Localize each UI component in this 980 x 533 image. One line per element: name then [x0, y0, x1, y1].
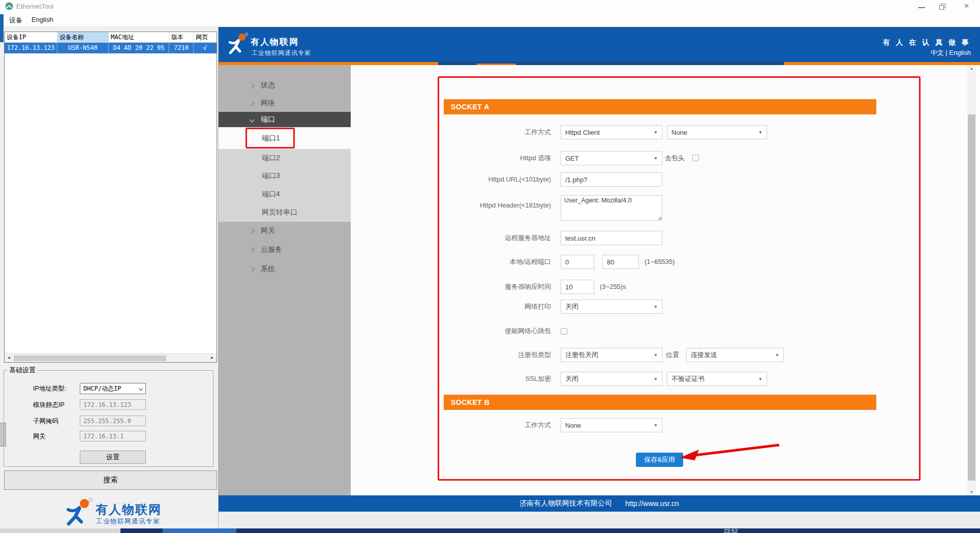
httpd-option-label: Httpd 选项: [444, 151, 551, 165]
subnet-mask-label: 子网掩码: [33, 416, 58, 427]
col-device-name[interactable]: 设备名称: [57, 32, 109, 42]
select-arrow-icon: ▼: [654, 156, 658, 161]
sidebar-label: 系统: [261, 264, 275, 274]
sidebar-item-port[interactable]: 端口: [219, 112, 351, 127]
sidebar-label: 端口3: [262, 171, 280, 181]
select-arrow-icon: ▼: [654, 353, 658, 358]
hscroll-thumb[interactable]: [14, 356, 166, 361]
sidebar-item-port4[interactable]: 端口4: [219, 185, 351, 203]
save-apply-button[interactable]: 保存&应用: [636, 453, 683, 467]
ssl-label: SSL加密: [444, 372, 551, 386]
httpd-url-label: Httpd URL(<101byte): [444, 172, 551, 187]
device-mac: D4 AD 20 22 95 48: [109, 43, 169, 53]
chevron-right-icon: [250, 83, 255, 88]
ip-type-label: IP地址类型:: [33, 383, 66, 394]
heartbeat-checkbox[interactable]: [561, 328, 567, 335]
strip-header-checkbox[interactable]: [692, 155, 699, 161]
taskbar[interactable]: [0, 528, 980, 533]
close-button[interactable]: ✕: [964, 2, 969, 10]
search-button[interactable]: 搜索: [4, 470, 217, 490]
window-title: EthernetTool: [16, 3, 53, 10]
sidebar-item-port2[interactable]: 端口2: [219, 149, 351, 167]
httpd-header-label: Httpd Header(<181byte): [444, 198, 551, 213]
sidebar-item-port3[interactable]: 端口3: [219, 167, 351, 185]
set-button[interactable]: 设置: [80, 451, 146, 464]
menu-english[interactable]: English: [32, 16, 53, 23]
page-vscrollbar[interactable]: ▲ ▼: [967, 65, 976, 495]
reg-packet-select[interactable]: 注册包关闭 ▼: [561, 348, 662, 362]
col-mac[interactable]: MAC地址: [109, 32, 169, 42]
taskbar-clock: 23:52: [724, 528, 738, 533]
sidebar-item-port1[interactable]: 端口1: [219, 127, 351, 149]
page-bottom-gap: [219, 512, 980, 528]
textarea-resize-grip[interactable]: [658, 217, 662, 221]
ssl-cert-value: 不验证证书: [671, 374, 705, 383]
col-web[interactable]: 网页: [194, 32, 216, 42]
work-mode-select[interactable]: Httpd Client ▼: [561, 125, 662, 139]
position-value: 连接发送: [691, 350, 717, 360]
httpd-method-value: GET: [565, 155, 579, 162]
local-port-field[interactable]: [561, 255, 594, 269]
device-name: USR-N540: [57, 43, 109, 53]
footer-url[interactable]: http://www.usr.cn: [625, 499, 679, 508]
sidebar-item-network[interactable]: 网络: [219, 95, 351, 112]
vscroll-thumb[interactable]: [968, 114, 975, 481]
minimize-button[interactable]: [918, 7, 925, 8]
httpd-url-field[interactable]: [561, 172, 662, 187]
web-footer: 济南有人物联网技术有限公司 http://www.usr.cn: [219, 495, 980, 512]
title-bar[interactable]: EthernetTool ✕: [0, 0, 980, 13]
port-label: 本地/远程端口: [444, 255, 551, 269]
taskbar-active-app[interactable]: [163, 528, 236, 533]
col-device-ip[interactable]: 设备IP: [5, 32, 57, 42]
menu-device[interactable]: 设备: [9, 16, 22, 25]
remote-server-field[interactable]: [561, 231, 662, 245]
sidebar-label: 端口4: [262, 190, 280, 199]
httpd-header-field[interactable]: User_Agent: Mozilla/4.0: [561, 195, 662, 221]
ssl-select[interactable]: 关闭 ▼: [561, 372, 662, 386]
socket-b-work-mode-select[interactable]: None ▼: [561, 418, 662, 432]
select-arrow-icon: ▼: [654, 305, 658, 309]
remote-port-field[interactable]: [602, 255, 639, 269]
scroll-up-icon[interactable]: ▲: [967, 67, 976, 70]
ssl-cert-select[interactable]: 不验证证书 ▼: [667, 372, 767, 386]
ip-type-select[interactable]: DHCP/动态IP: [80, 383, 146, 394]
select-arrow-icon: ▼: [654, 423, 658, 428]
scroll-right-icon[interactable]: ►: [208, 354, 217, 362]
work-mode-label: 工作方式: [444, 125, 551, 139]
col-version[interactable]: 版本: [169, 32, 194, 42]
sidebar-label: 网络: [261, 99, 275, 108]
scroll-down-icon[interactable]: ▼: [967, 490, 976, 494]
app-logo-subtitle: 工业物联网通讯专家: [96, 517, 160, 526]
device-table-hscrollbar[interactable]: ◄ ►: [5, 353, 217, 362]
sidebar-label: 状态: [261, 81, 275, 90]
static-ip-field[interactable]: [80, 399, 146, 410]
sidebar-item-gateway[interactable]: 网关: [219, 222, 351, 240]
chevron-down-icon: [250, 117, 255, 122]
gateway-field[interactable]: [80, 431, 146, 441]
restore-button[interactable]: [939, 4, 946, 10]
position-select[interactable]: 连接发送 ▼: [686, 348, 784, 362]
chevron-right-icon: [250, 247, 255, 252]
select-arrow-icon: ▼: [758, 130, 762, 135]
sidebar-label: 云服务: [261, 245, 282, 254]
taskbar-edge-strip: [0, 14, 4, 42]
ethernet-tool-window: EthernetTool ✕ 设备 English 设备IP 设备名称 MAC地…: [0, 0, 980, 533]
httpd-method-select[interactable]: GET ▼: [561, 151, 662, 165]
sidebar-label: 端口1: [262, 134, 280, 143]
socket-a-header: SOCKET A: [444, 99, 876, 114]
response-time-field[interactable]: [561, 280, 594, 294]
ip-type-value: DHCP/动态IP: [83, 384, 121, 393]
sidebar-item-system[interactable]: 系统: [219, 259, 351, 279]
work-mode-secondary-select[interactable]: None ▼: [667, 125, 767, 139]
device-row-selected[interactable]: 172.16.13.123 USR-N540 D4 AD 20 22 95 48…: [5, 43, 217, 53]
language-switch[interactable]: 中文 | English: [864, 48, 971, 57]
subnet-mask-field[interactable]: [80, 416, 146, 426]
sidebar-item-status[interactable]: 状态: [219, 76, 351, 95]
sidebar-item-web2serial[interactable]: 网页转串口: [219, 203, 351, 222]
sidebar-item-cloud[interactable]: 云服务: [219, 240, 351, 259]
work-mode-value: Httpd Client: [565, 129, 600, 136]
app-logo-title: 有人物联网: [96, 501, 162, 518]
net-print-select[interactable]: 关闭 ▼: [561, 300, 662, 314]
static-ip-label: 模块静态IP: [33, 399, 65, 410]
scroll-left-icon[interactable]: ◄: [5, 354, 13, 362]
